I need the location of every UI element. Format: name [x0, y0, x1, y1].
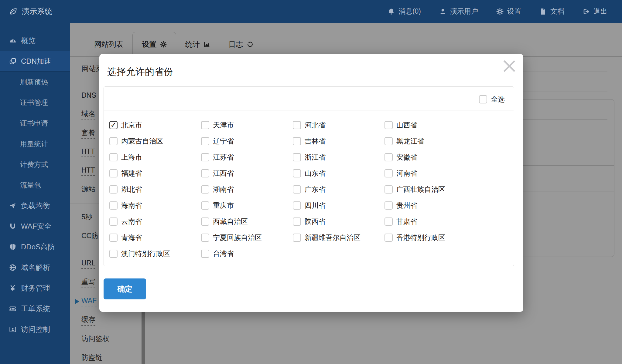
province-option[interactable]: 吉林省	[293, 133, 384, 149]
close-icon[interactable]	[501, 58, 517, 74]
sidebar-item[interactable]: 访问控制	[0, 319, 70, 340]
province-checkbox[interactable]	[109, 250, 118, 258]
province-checkbox[interactable]	[384, 185, 393, 194]
sidebar-item[interactable]: 证书管理	[0, 92, 70, 113]
province-checkbox[interactable]	[201, 153, 209, 161]
province-checkbox[interactable]	[201, 185, 209, 194]
province-option[interactable]: 天津市	[201, 117, 293, 133]
province-checkbox[interactable]	[109, 234, 118, 242]
header-menu-item[interactable]: 消息(0)	[388, 7, 421, 16]
select-all-checkbox[interactable]	[479, 95, 487, 103]
province-option[interactable]: 甘肃省	[384, 214, 476, 230]
sidebar-item-label: DDoS高防	[21, 242, 55, 252]
province-label: 台湾省	[213, 249, 234, 258]
province-option[interactable]: 浙江省	[293, 149, 384, 165]
province-checkbox[interactable]	[384, 121, 393, 129]
province-option[interactable]: 辽宁省	[201, 133, 293, 149]
province-checkbox[interactable]	[109, 121, 118, 129]
province-checkbox[interactable]	[384, 169, 393, 177]
province-option[interactable]: 山西省	[384, 117, 476, 133]
header-menu-item[interactable]: 演示用户	[439, 7, 478, 16]
province-checkbox[interactable]	[384, 153, 393, 161]
province-option[interactable]: 重庆市	[201, 197, 293, 214]
province-option[interactable]: 新疆维吾尔自治区	[293, 230, 384, 246]
header-menu-item[interactable]: 文档	[539, 7, 564, 16]
sidebar-item-label: 流量包	[20, 180, 41, 190]
province-checkbox[interactable]	[201, 234, 209, 242]
province-label: 甘肃省	[396, 217, 417, 226]
province-checkbox[interactable]	[201, 169, 209, 177]
province-checkbox[interactable]	[201, 137, 209, 145]
province-checkbox[interactable]	[293, 234, 301, 242]
province-option[interactable]: 香港特别行政区	[384, 230, 476, 246]
sidebar-item[interactable]: 用量统计	[0, 133, 70, 154]
province-option[interactable]: 上海市	[109, 149, 201, 165]
province-option[interactable]: 江苏省	[201, 149, 293, 165]
province-checkbox[interactable]	[109, 169, 118, 177]
province-option[interactable]: 贵州省	[384, 197, 476, 214]
sidebar-item[interactable]: 域名解析	[0, 257, 70, 278]
header-menu-item[interactable]: 设置	[496, 7, 521, 16]
province-option[interactable]: 四川省	[293, 197, 384, 214]
sidebar-item[interactable]: 概览	[0, 30, 70, 51]
sidebar-item-icon	[9, 58, 16, 65]
province-option[interactable]: 广西壮族自治区	[384, 181, 476, 197]
province-checkbox[interactable]	[293, 201, 301, 210]
province-option[interactable]: 内蒙古自治区	[109, 133, 201, 149]
province-checkbox[interactable]	[293, 137, 301, 145]
province-option[interactable]: 陕西省	[293, 214, 384, 230]
sidebar-item[interactable]: DDoS高防	[0, 237, 70, 257]
sidebar-item[interactable]: 流量包	[0, 175, 70, 195]
province-box: 全选 北京市 天津市 河北省 山西省	[104, 86, 514, 266]
province-checkbox[interactable]	[293, 121, 301, 129]
province-checkbox[interactable]	[109, 201, 118, 210]
province-checkbox[interactable]	[293, 185, 301, 194]
province-checkbox[interactable]	[201, 250, 209, 258]
province-option[interactable]: 广东省	[293, 181, 384, 197]
province-checkbox[interactable]	[384, 234, 393, 242]
province-option[interactable]: 海南省	[109, 197, 201, 214]
sidebar-item[interactable]: WAF安全	[0, 216, 70, 237]
province-option[interactable]: 黑龙江省	[384, 133, 476, 149]
province-option[interactable]: 澳门特别行政区	[109, 246, 201, 262]
sidebar-item[interactable]: 工单系统	[0, 298, 70, 319]
province-option[interactable]: 宁夏回族自治区	[201, 230, 293, 246]
province-option[interactable]: 青海省	[109, 230, 201, 246]
province-option[interactable]: 西藏自治区	[201, 214, 293, 230]
province-option[interactable]: 福建省	[109, 165, 201, 181]
province-checkbox[interactable]	[201, 201, 209, 210]
province-checkbox[interactable]	[109, 217, 118, 226]
province-checkbox[interactable]	[384, 137, 393, 145]
province-checkbox[interactable]	[293, 153, 301, 161]
province-option[interactable]: 云南省	[109, 214, 201, 230]
province-option[interactable]: 安徽省	[384, 149, 476, 165]
province-option[interactable]: 河北省	[293, 117, 384, 133]
province-checkbox[interactable]	[293, 217, 301, 226]
province-checkbox[interactable]	[293, 169, 301, 177]
header-item-label: 消息(0)	[398, 7, 421, 16]
province-option[interactable]: 北京市	[109, 117, 201, 133]
sidebar-item[interactable]: 财务管理	[0, 278, 70, 298]
province-option[interactable]: 湖南省	[201, 181, 293, 197]
confirm-button[interactable]: 确定	[104, 278, 146, 299]
province-option[interactable]: 江西省	[201, 165, 293, 181]
sidebar-item[interactable]: 负载均衡	[0, 195, 70, 216]
province-option[interactable]: 湖北省	[109, 181, 201, 197]
brand[interactable]: 演示系统	[0, 6, 70, 16]
province-label: 吉林省	[305, 136, 326, 146]
province-checkbox[interactable]	[201, 217, 209, 226]
province-checkbox[interactable]	[109, 185, 118, 194]
province-option[interactable]: 河南省	[384, 165, 476, 181]
province-checkbox[interactable]	[109, 153, 118, 161]
sidebar-item[interactable]: 刷新预热	[0, 72, 70, 92]
province-option[interactable]: 山东省	[293, 165, 384, 181]
province-checkbox[interactable]	[109, 137, 118, 145]
province-checkbox[interactable]	[384, 201, 393, 210]
sidebar-item[interactable]: 计费方式	[0, 154, 70, 175]
header-menu-item[interactable]: 退出	[583, 7, 607, 16]
province-checkbox[interactable]	[201, 121, 209, 129]
province-checkbox[interactable]	[384, 217, 393, 226]
province-option[interactable]: 台湾省	[201, 246, 293, 262]
sidebar-item[interactable]: CDN加速	[0, 51, 70, 72]
sidebar-item[interactable]: 证书申请	[0, 113, 70, 133]
